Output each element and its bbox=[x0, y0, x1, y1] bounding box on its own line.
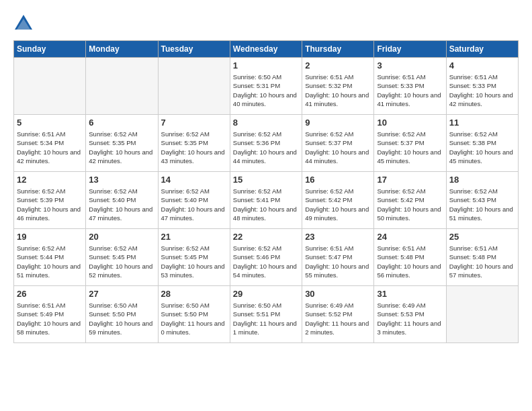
calendar-cell: 11 Sunrise: 6:52 AM Sunset: 5:38 PM Dayl… bbox=[446, 115, 518, 172]
day-number: 15 bbox=[233, 175, 299, 185]
day-info: Sunrise: 6:52 AM Sunset: 5:45 PM Dayligh… bbox=[161, 244, 227, 279]
calendar-cell bbox=[446, 286, 518, 343]
calendar-cell: 14 Sunrise: 6:52 AM Sunset: 5:40 PM Dayl… bbox=[158, 172, 230, 229]
day-info: Sunrise: 6:50 AM Sunset: 5:31 PM Dayligh… bbox=[233, 73, 299, 108]
day-number: 13 bbox=[89, 175, 154, 185]
day-number: 21 bbox=[161, 232, 227, 242]
day-number: 18 bbox=[449, 175, 515, 185]
calendar-cell: 15 Sunrise: 6:52 AM Sunset: 5:41 PM Dayl… bbox=[230, 172, 302, 229]
calendar-cell: 25 Sunrise: 6:51 AM Sunset: 5:48 PM Dayl… bbox=[446, 229, 518, 286]
day-info: Sunrise: 6:52 AM Sunset: 5:45 PM Dayligh… bbox=[89, 244, 154, 279]
day-number: 14 bbox=[161, 175, 227, 185]
day-info: Sunrise: 6:51 AM Sunset: 5:32 PM Dayligh… bbox=[305, 73, 371, 108]
day-info: Sunrise: 6:52 AM Sunset: 5:42 PM Dayligh… bbox=[305, 187, 371, 222]
day-number: 5 bbox=[17, 118, 83, 128]
header-tuesday: Tuesday bbox=[158, 41, 230, 58]
calendar-cell: 10 Sunrise: 6:52 AM Sunset: 5:37 PM Dayl… bbox=[374, 115, 446, 172]
calendar-cell: 22 Sunrise: 6:52 AM Sunset: 5:46 PM Dayl… bbox=[230, 229, 302, 286]
day-number: 28 bbox=[161, 289, 227, 299]
day-number: 4 bbox=[449, 60, 515, 71]
header-wednesday: Wednesday bbox=[230, 41, 302, 58]
day-info: Sunrise: 6:52 AM Sunset: 5:40 PM Dayligh… bbox=[161, 187, 227, 222]
day-info: Sunrise: 6:52 AM Sunset: 5:35 PM Dayligh… bbox=[161, 130, 227, 165]
day-info: Sunrise: 6:52 AM Sunset: 5:42 PM Dayligh… bbox=[377, 187, 443, 222]
calendar-cell bbox=[14, 58, 86, 115]
day-number: 24 bbox=[377, 232, 443, 242]
calendar-cell: 23 Sunrise: 6:51 AM Sunset: 5:47 PM Dayl… bbox=[302, 229, 374, 286]
calendar-header-row: SundayMondayTuesdayWednesdayThursdayFrid… bbox=[14, 41, 519, 58]
day-info: Sunrise: 6:51 AM Sunset: 5:49 PM Dayligh… bbox=[17, 301, 83, 336]
calendar-cell bbox=[158, 58, 230, 115]
day-number: 12 bbox=[17, 175, 83, 185]
day-number: 8 bbox=[233, 118, 299, 128]
calendar-week-4: 26 Sunrise: 6:51 AM Sunset: 5:49 PM Dayl… bbox=[14, 286, 519, 343]
calendar-cell: 28 Sunrise: 6:50 AM Sunset: 5:50 PM Dayl… bbox=[158, 286, 230, 343]
calendar-week-3: 19 Sunrise: 6:52 AM Sunset: 5:44 PM Dayl… bbox=[14, 229, 519, 286]
day-info: Sunrise: 6:51 AM Sunset: 5:33 PM Dayligh… bbox=[377, 73, 443, 108]
day-info: Sunrise: 6:51 AM Sunset: 5:48 PM Dayligh… bbox=[449, 244, 515, 279]
day-number: 30 bbox=[305, 289, 371, 299]
calendar-week-0: 1 Sunrise: 6:50 AM Sunset: 5:31 PM Dayli… bbox=[14, 58, 519, 115]
day-info: Sunrise: 6:52 AM Sunset: 5:37 PM Dayligh… bbox=[305, 130, 371, 165]
calendar-cell: 18 Sunrise: 6:52 AM Sunset: 5:43 PM Dayl… bbox=[446, 172, 518, 229]
day-number: 19 bbox=[17, 232, 83, 242]
header-friday: Friday bbox=[374, 41, 446, 58]
day-number: 27 bbox=[89, 289, 154, 299]
day-info: Sunrise: 6:49 AM Sunset: 5:53 PM Dayligh… bbox=[377, 301, 443, 336]
day-info: Sunrise: 6:50 AM Sunset: 5:50 PM Dayligh… bbox=[161, 301, 227, 336]
day-info: Sunrise: 6:51 AM Sunset: 5:47 PM Dayligh… bbox=[305, 244, 371, 279]
day-number: 1 bbox=[233, 60, 299, 71]
day-number: 26 bbox=[17, 289, 83, 299]
day-info: Sunrise: 6:52 AM Sunset: 5:37 PM Dayligh… bbox=[377, 130, 443, 165]
calendar-cell: 24 Sunrise: 6:51 AM Sunset: 5:48 PM Dayl… bbox=[374, 229, 446, 286]
day-number: 3 bbox=[377, 60, 443, 71]
calendar-table: SundayMondayTuesdayWednesdayThursdayFrid… bbox=[13, 40, 519, 343]
calendar-cell bbox=[86, 58, 158, 115]
day-number: 20 bbox=[89, 232, 154, 242]
header-monday: Monday bbox=[86, 41, 158, 58]
page-header bbox=[13, 13, 519, 34]
logo bbox=[13, 13, 36, 34]
calendar-cell: 9 Sunrise: 6:52 AM Sunset: 5:37 PM Dayli… bbox=[302, 115, 374, 172]
day-info: Sunrise: 6:51 AM Sunset: 5:48 PM Dayligh… bbox=[377, 244, 443, 279]
day-number: 17 bbox=[377, 175, 443, 185]
day-number: 16 bbox=[305, 175, 371, 185]
day-info: Sunrise: 6:51 AM Sunset: 5:34 PM Dayligh… bbox=[17, 130, 83, 165]
day-info: Sunrise: 6:52 AM Sunset: 5:36 PM Dayligh… bbox=[233, 130, 299, 165]
calendar-cell: 7 Sunrise: 6:52 AM Sunset: 5:35 PM Dayli… bbox=[158, 115, 230, 172]
day-info: Sunrise: 6:50 AM Sunset: 5:51 PM Dayligh… bbox=[233, 301, 299, 336]
calendar-cell: 30 Sunrise: 6:49 AM Sunset: 5:52 PM Dayl… bbox=[302, 286, 374, 343]
day-info: Sunrise: 6:52 AM Sunset: 5:40 PM Dayligh… bbox=[89, 187, 154, 222]
calendar-cell: 29 Sunrise: 6:50 AM Sunset: 5:51 PM Dayl… bbox=[230, 286, 302, 343]
day-number: 22 bbox=[233, 232, 299, 242]
day-info: Sunrise: 6:52 AM Sunset: 5:41 PM Dayligh… bbox=[233, 187, 299, 222]
day-info: Sunrise: 6:49 AM Sunset: 5:52 PM Dayligh… bbox=[305, 301, 371, 336]
day-info: Sunrise: 6:52 AM Sunset: 5:39 PM Dayligh… bbox=[17, 187, 83, 222]
day-number: 6 bbox=[89, 118, 154, 128]
header-saturday: Saturday bbox=[446, 41, 518, 58]
day-number: 11 bbox=[449, 118, 515, 128]
day-info: Sunrise: 6:52 AM Sunset: 5:44 PM Dayligh… bbox=[17, 244, 83, 279]
day-number: 10 bbox=[377, 118, 443, 128]
calendar-week-2: 12 Sunrise: 6:52 AM Sunset: 5:39 PM Dayl… bbox=[14, 172, 519, 229]
calendar-cell: 4 Sunrise: 6:51 AM Sunset: 5:33 PM Dayli… bbox=[446, 58, 518, 115]
calendar-cell: 21 Sunrise: 6:52 AM Sunset: 5:45 PM Dayl… bbox=[158, 229, 230, 286]
calendar-cell: 26 Sunrise: 6:51 AM Sunset: 5:49 PM Dayl… bbox=[14, 286, 86, 343]
calendar-cell: 19 Sunrise: 6:52 AM Sunset: 5:44 PM Dayl… bbox=[14, 229, 86, 286]
calendar-week-1: 5 Sunrise: 6:51 AM Sunset: 5:34 PM Dayli… bbox=[14, 115, 519, 172]
calendar-cell: 27 Sunrise: 6:50 AM Sunset: 5:50 PM Dayl… bbox=[86, 286, 158, 343]
calendar-cell: 6 Sunrise: 6:52 AM Sunset: 5:35 PM Dayli… bbox=[86, 115, 158, 172]
day-info: Sunrise: 6:51 AM Sunset: 5:33 PM Dayligh… bbox=[449, 73, 515, 108]
day-number: 9 bbox=[305, 118, 371, 128]
day-info: Sunrise: 6:52 AM Sunset: 5:38 PM Dayligh… bbox=[449, 130, 515, 165]
calendar-cell: 2 Sunrise: 6:51 AM Sunset: 5:32 PM Dayli… bbox=[302, 58, 374, 115]
calendar-cell: 17 Sunrise: 6:52 AM Sunset: 5:42 PM Dayl… bbox=[374, 172, 446, 229]
day-number: 23 bbox=[305, 232, 371, 242]
calendar-cell: 13 Sunrise: 6:52 AM Sunset: 5:40 PM Dayl… bbox=[86, 172, 158, 229]
calendar-cell: 1 Sunrise: 6:50 AM Sunset: 5:31 PM Dayli… bbox=[230, 58, 302, 115]
calendar-cell: 3 Sunrise: 6:51 AM Sunset: 5:33 PM Dayli… bbox=[374, 58, 446, 115]
calendar-cell: 12 Sunrise: 6:52 AM Sunset: 5:39 PM Dayl… bbox=[14, 172, 86, 229]
header-sunday: Sunday bbox=[14, 41, 86, 58]
day-info: Sunrise: 6:52 AM Sunset: 5:46 PM Dayligh… bbox=[233, 244, 299, 279]
logo-icon bbox=[13, 13, 34, 34]
